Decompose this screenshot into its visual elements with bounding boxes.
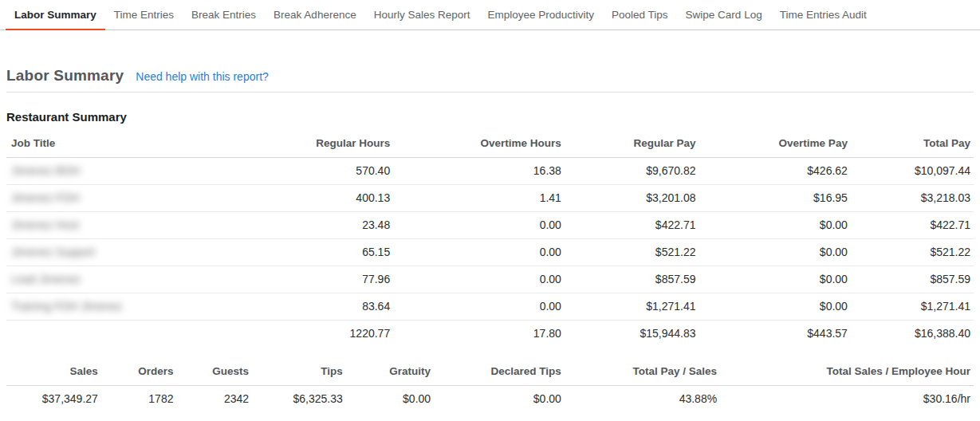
report-content: Labor Summary Need help with this report… bbox=[6, 67, 974, 412]
guests-value: 2342 bbox=[176, 385, 252, 412]
regular-hours-cell: 77.96 bbox=[238, 266, 393, 293]
job-title-cell: Jimenez Support bbox=[6, 238, 238, 266]
overtime-hours-cell: 1.41 bbox=[393, 184, 565, 211]
regular-hours-cell: 400.13 bbox=[238, 184, 393, 211]
total-regular-hours: 1220.77 bbox=[238, 320, 393, 347]
total-pay-cell: $422.71 bbox=[851, 211, 974, 238]
regular-pay-cell: $422.71 bbox=[565, 211, 699, 238]
redacted-job-title: Jimenez FOH bbox=[11, 191, 80, 204]
redacted-job-title: Jimenez Support bbox=[11, 246, 95, 258]
tips-value: $6,325.33 bbox=[252, 385, 346, 412]
column-header-regular-pay: Regular Pay bbox=[565, 130, 699, 157]
total-pay-cell: $521.22 bbox=[851, 238, 974, 266]
tab-time-entries[interactable]: Time Entries bbox=[105, 0, 183, 30]
column-header-overtime-pay: Overtime Pay bbox=[699, 130, 850, 157]
total-pay-cell: $10,097.44 bbox=[851, 157, 974, 184]
tab-swipe-card-log[interactable]: Swipe Card Log bbox=[677, 0, 771, 30]
total-pay-cell: $1,271.41 bbox=[851, 293, 974, 320]
report-tab-bar: Labor Summary Time Entries Break Entries… bbox=[0, 0, 980, 30]
tab-hourly-sales-report[interactable]: Hourly Sales Report bbox=[365, 0, 479, 30]
column-header-total-sales-employee-hour: Total Sales / Employee Hour bbox=[720, 358, 974, 385]
total-regular-pay: $15,944.83 bbox=[565, 320, 699, 347]
total-total-pay: $16,388.40 bbox=[851, 320, 974, 347]
column-header-declared-tips: Declared Tips bbox=[434, 358, 565, 385]
overtime-hours-cell: 0.00 bbox=[393, 211, 565, 238]
total-overtime-hours: 17.80 bbox=[393, 320, 565, 347]
table-row: Jimenez FOH 400.13 1.41 $3,201.08 $16.95… bbox=[6, 184, 974, 211]
redacted-job-title: Jimenez Host bbox=[11, 218, 79, 231]
tab-employee-productivity[interactable]: Employee Productivity bbox=[478, 0, 603, 30]
redacted-job-title: Training FOH Jimenez bbox=[11, 300, 123, 313]
tab-pooled-tips[interactable]: Pooled Tips bbox=[603, 0, 677, 30]
regular-pay-cell: $521.22 bbox=[565, 238, 699, 266]
overtime-pay-cell: $0.00 bbox=[699, 211, 850, 238]
regular-hours-cell: 23.48 bbox=[238, 211, 393, 238]
column-header-guests: Guests bbox=[176, 358, 252, 385]
page-title: Labor Summary bbox=[6, 67, 124, 85]
regular-pay-cell: $857.59 bbox=[565, 266, 699, 293]
regular-pay-cell: $1,271.41 bbox=[565, 293, 699, 320]
total-pay-sales-value: 43.88% bbox=[565, 385, 720, 412]
help-link[interactable]: Need help with this report? bbox=[136, 70, 269, 83]
redacted-job-title: Lead Jimenez bbox=[11, 273, 81, 285]
overtime-pay-cell: $0.00 bbox=[699, 266, 850, 293]
table-row: Jimenez Host 23.48 0.00 $422.71 $0.00 $4… bbox=[6, 211, 974, 238]
regular-hours-cell: 65.15 bbox=[238, 238, 393, 266]
labor-table-header-row: Job Title Regular Hours Overtime Hours R… bbox=[6, 130, 974, 157]
regular-pay-cell: $9,670.82 bbox=[565, 157, 699, 184]
tab-time-entries-audit[interactable]: Time Entries Audit bbox=[771, 0, 876, 30]
totals-empty-cell bbox=[6, 320, 238, 347]
regular-hours-cell: 83.64 bbox=[238, 293, 393, 320]
overtime-pay-cell: $16.95 bbox=[699, 184, 850, 211]
tab-labor-summary[interactable]: Labor Summary bbox=[6, 0, 105, 30]
tab-break-adherence[interactable]: Break Adherence bbox=[265, 0, 365, 30]
sales-value: $37,349.27 bbox=[6, 385, 101, 412]
regular-pay-cell: $3,201.08 bbox=[565, 184, 699, 211]
column-header-job-title: Job Title bbox=[6, 130, 238, 157]
stats-value-row: $37,349.27 1782 2342 $6,325.33 $0.00 $0.… bbox=[6, 385, 974, 412]
labor-summary-table: Job Title Regular Hours Overtime Hours R… bbox=[6, 130, 974, 347]
section-title: Restaurant Summary bbox=[6, 110, 974, 124]
overtime-pay-cell: $426.62 bbox=[699, 157, 850, 184]
overtime-pay-cell: $0.00 bbox=[699, 238, 850, 266]
overtime-hours-cell: 16.38 bbox=[393, 157, 565, 184]
gratuity-value: $0.00 bbox=[346, 385, 434, 412]
total-sales-employee-hour-value: $30.16/hr bbox=[720, 385, 974, 412]
job-title-cell: Jimenez FOH bbox=[6, 184, 238, 211]
table-row: Jimenez BOH 570.40 16.38 $9,670.82 $426.… bbox=[6, 157, 974, 184]
tab-break-entries[interactable]: Break Entries bbox=[183, 0, 265, 30]
total-pay-cell: $857.59 bbox=[851, 266, 974, 293]
overtime-hours-cell: 0.00 bbox=[393, 293, 565, 320]
overtime-hours-cell: 0.00 bbox=[393, 238, 565, 266]
column-header-overtime-hours: Overtime Hours bbox=[393, 130, 565, 157]
column-header-total-pay-sales: Total Pay / Sales bbox=[565, 358, 720, 385]
total-overtime-pay: $443.57 bbox=[699, 320, 850, 347]
stats-header-row: Sales Orders Guests Tips Gratuity Declar… bbox=[6, 358, 974, 385]
column-header-orders: Orders bbox=[101, 358, 177, 385]
overtime-pay-cell: $0.00 bbox=[699, 293, 850, 320]
column-header-gratuity: Gratuity bbox=[346, 358, 434, 385]
job-title-cell: Jimenez Host bbox=[6, 211, 238, 238]
job-title-cell: Training FOH Jimenez bbox=[6, 293, 238, 320]
table-row: Jimenez Support 65.15 0.00 $521.22 $0.00… bbox=[6, 238, 974, 266]
regular-hours-cell: 570.40 bbox=[238, 157, 393, 184]
total-pay-cell: $3,218.03 bbox=[851, 184, 974, 211]
column-header-regular-hours: Regular Hours bbox=[238, 130, 393, 157]
job-title-cell: Jimenez BOH bbox=[6, 157, 238, 184]
table-row: Lead Jimenez 77.96 0.00 $857.59 $0.00 $8… bbox=[6, 266, 974, 293]
page-header: Labor Summary Need help with this report… bbox=[6, 67, 974, 92]
orders-value: 1782 bbox=[101, 385, 177, 412]
job-title-cell: Lead Jimenez bbox=[6, 266, 238, 293]
declared-tips-value: $0.00 bbox=[434, 385, 565, 412]
totals-row: 1220.77 17.80 $15,944.83 $443.57 $16,388… bbox=[6, 320, 974, 347]
column-header-total-pay: Total Pay bbox=[851, 130, 974, 157]
table-row: Training FOH Jimenez 83.64 0.00 $1,271.4… bbox=[6, 293, 974, 320]
column-header-tips: Tips bbox=[252, 358, 346, 385]
overtime-hours-cell: 0.00 bbox=[393, 266, 565, 293]
restaurant-stats-table: Sales Orders Guests Tips Gratuity Declar… bbox=[6, 358, 974, 412]
column-header-sales: Sales bbox=[6, 358, 101, 385]
redacted-job-title: Jimenez BOH bbox=[11, 164, 80, 177]
